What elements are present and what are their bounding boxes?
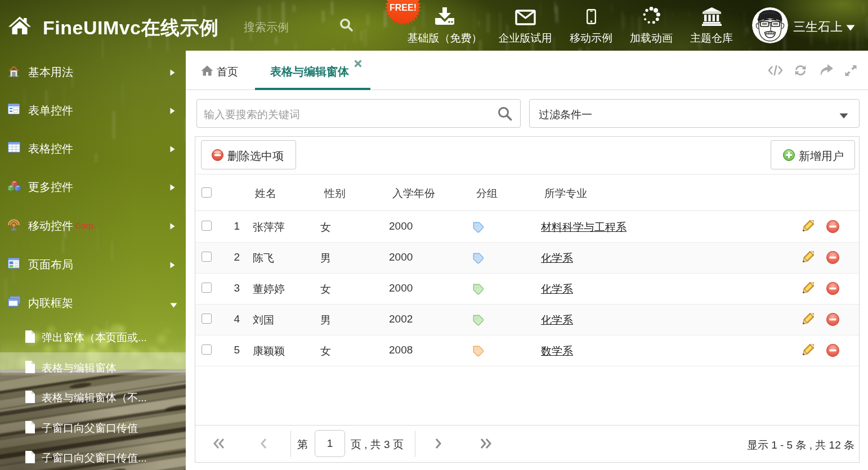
svg-text:FREE!: FREE!	[390, 3, 417, 12]
